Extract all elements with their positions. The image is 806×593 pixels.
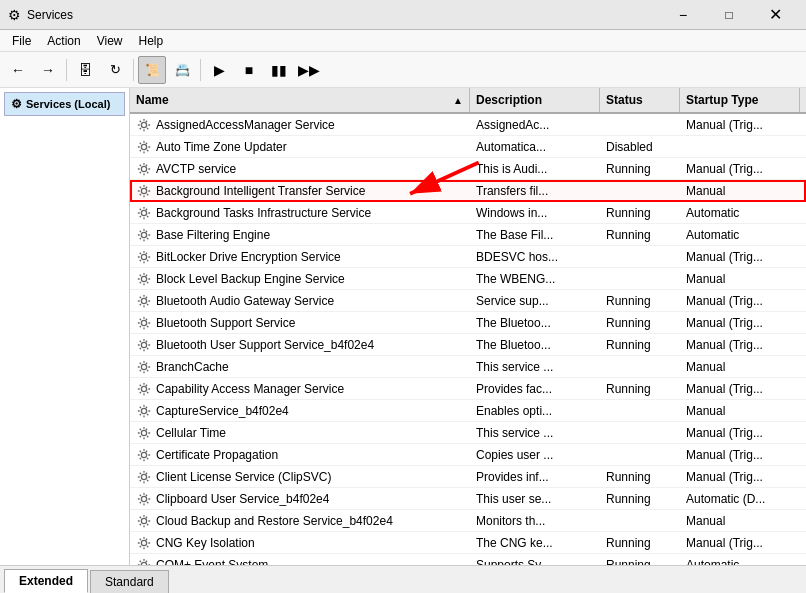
- title-bar: ⚙ Services − □ ✕: [0, 0, 806, 30]
- service-status-cell: Running: [600, 334, 680, 355]
- service-name-cell: Block Level Backup Engine Service: [130, 268, 470, 289]
- table-row[interactable]: Background Intelligent Transfer ServiceT…: [130, 180, 806, 202]
- service-status-cell: [600, 444, 680, 465]
- table-row[interactable]: Client License Service (ClipSVC)Provides…: [130, 466, 806, 488]
- table-row[interactable]: BitLocker Drive Encryption ServiceBDESVC…: [130, 246, 806, 268]
- service-logon-cell: Local Syste...: [800, 466, 806, 487]
- service-name-cell: Bluetooth Audio Gateway Service: [130, 290, 470, 311]
- service-startup-cell: Manual: [680, 510, 800, 531]
- svg-point-4: [141, 210, 146, 215]
- svg-point-17: [141, 496, 146, 501]
- service-logon-cell: Local Servic...: [800, 224, 806, 245]
- left-panel: ⚙ Services (Local): [0, 88, 130, 565]
- col-header-status[interactable]: Status: [600, 88, 680, 112]
- table-row[interactable]: AVCTP serviceThis is Audi...RunningManua…: [130, 158, 806, 180]
- service-name-cell: Background Tasks Infrastructure Service: [130, 202, 470, 223]
- service-desc-cell: The Bluetoo...: [470, 312, 600, 333]
- service-logon-cell: Network S...: [800, 356, 806, 377]
- tab-standard[interactable]: Standard: [90, 570, 169, 593]
- table-row[interactable]: CaptureService_b4f02e4Enables opti...Man…: [130, 400, 806, 422]
- table-row[interactable]: CNG Key IsolationThe CNG ke...RunningMan…: [130, 532, 806, 554]
- export-button[interactable]: 📇: [168, 56, 196, 84]
- forward-button[interactable]: →: [34, 56, 62, 84]
- maximize-button[interactable]: □: [706, 0, 752, 30]
- svg-point-6: [141, 254, 146, 259]
- col-header-description[interactable]: Description: [470, 88, 600, 112]
- service-gear-icon: [136, 403, 152, 419]
- table-row[interactable]: COM+ Event SystemSupports Sy...RunningAu…: [130, 554, 806, 565]
- table-row[interactable]: Clipboard User Service_b4f02e4This user …: [130, 488, 806, 510]
- tab-extended[interactable]: Extended: [4, 569, 88, 593]
- service-status-cell: [600, 510, 680, 531]
- service-logon-cell: Local Syste...: [800, 400, 806, 421]
- service-desc-cell: The Bluetoo...: [470, 334, 600, 355]
- bottom-tabs: Extended Standard: [0, 565, 806, 593]
- service-gear-icon: [136, 183, 152, 199]
- service-logon-cell: Local Syste...: [800, 488, 806, 509]
- minimize-button[interactable]: −: [660, 0, 706, 30]
- table-row[interactable]: Certificate PropagationCopies user ...Ma…: [130, 444, 806, 466]
- service-status-cell: Running: [600, 554, 680, 565]
- service-status-cell: Running: [600, 158, 680, 179]
- table-row[interactable]: Base Filtering EngineThe Base Fil...Runn…: [130, 224, 806, 246]
- service-name-cell: Client License Service (ClipSVC): [130, 466, 470, 487]
- table-row[interactable]: Bluetooth User Support Service_b4f02e4Th…: [130, 334, 806, 356]
- svg-point-20: [141, 562, 146, 565]
- service-name-cell: Certificate Propagation: [130, 444, 470, 465]
- menu-action[interactable]: Action: [39, 32, 88, 50]
- service-status-cell: [600, 246, 680, 267]
- table-row[interactable]: Bluetooth Audio Gateway ServiceService s…: [130, 290, 806, 312]
- title-bar-controls: − □ ✕: [660, 0, 798, 30]
- svg-point-3: [141, 188, 146, 193]
- table-row[interactable]: Auto Time Zone UpdaterAutomatica...Disab…: [130, 136, 806, 158]
- toolbar-separator-1: [66, 59, 67, 81]
- service-name-cell: BitLocker Drive Encryption Service: [130, 246, 470, 267]
- col-header-name[interactable]: Name ▲: [130, 88, 470, 112]
- service-logon-cell: Local Syste...: [800, 136, 806, 157]
- service-desc-cell: Service sup...: [470, 290, 600, 311]
- service-logon-cell: Local Syste...: [800, 378, 806, 399]
- table-row[interactable]: Cloud Backup and Restore Service_b4f02e4…: [130, 510, 806, 532]
- service-name-cell: CNG Key Isolation: [130, 532, 470, 553]
- table-row[interactable]: BranchCacheThis service ...ManualNetwork…: [130, 356, 806, 378]
- refresh-button[interactable]: ↻: [101, 56, 129, 84]
- service-desc-cell: Provides fac...: [470, 378, 600, 399]
- service-name-cell: Cloud Backup and Restore Service_b4f02e4: [130, 510, 470, 531]
- col-header-logon[interactable]: Log On As: [800, 88, 806, 112]
- menu-file[interactable]: File: [4, 32, 39, 50]
- table-row[interactable]: Capability Access Manager ServiceProvide…: [130, 378, 806, 400]
- service-gear-icon: [136, 271, 152, 287]
- up-button[interactable]: 🗄: [71, 56, 99, 84]
- close-button[interactable]: ✕: [752, 0, 798, 30]
- service-gear-icon: [136, 535, 152, 551]
- title-bar-text: Services: [27, 8, 660, 22]
- service-list-body: AssignedAccessManager ServiceAssignedAc.…: [130, 114, 806, 565]
- pause-service-button[interactable]: ▮▮: [265, 56, 293, 84]
- stop-service-button[interactable]: ■: [235, 56, 263, 84]
- menu-view[interactable]: View: [89, 32, 131, 50]
- svg-point-0: [141, 122, 146, 127]
- menu-bar: File Action View Help: [0, 30, 806, 52]
- properties-button[interactable]: 📜: [138, 56, 166, 84]
- service-desc-cell: Enables opti...: [470, 400, 600, 421]
- table-row[interactable]: Cellular TimeThis service ...Manual (Tri…: [130, 422, 806, 444]
- service-logon-cell: Local Syste...: [800, 444, 806, 465]
- menu-help[interactable]: Help: [131, 32, 172, 50]
- service-status-cell: Running: [600, 224, 680, 245]
- table-row[interactable]: AssignedAccessManager ServiceAssignedAc.…: [130, 114, 806, 136]
- svg-point-18: [141, 518, 146, 523]
- table-row[interactable]: Bluetooth Support ServiceThe Bluetoo...R…: [130, 312, 806, 334]
- service-startup-cell: Manual (Trig...: [680, 312, 800, 333]
- service-startup-cell: Manual (Trig...: [680, 532, 800, 553]
- services-local-node[interactable]: ⚙ Services (Local): [4, 92, 125, 116]
- service-gear-icon: [136, 557, 152, 566]
- table-row[interactable]: Background Tasks Infrastructure ServiceW…: [130, 202, 806, 224]
- col-header-startup[interactable]: Startup Type: [680, 88, 800, 112]
- service-logon-cell: Local Servic...: [800, 334, 806, 355]
- table-row[interactable]: Block Level Backup Engine ServiceThe WBE…: [130, 268, 806, 290]
- start-service-button[interactable]: ▶: [205, 56, 233, 84]
- service-status-cell: [600, 400, 680, 421]
- resume-service-button[interactable]: ▶▶: [295, 56, 323, 84]
- service-startup-cell: Manual: [680, 356, 800, 377]
- back-button[interactable]: ←: [4, 56, 32, 84]
